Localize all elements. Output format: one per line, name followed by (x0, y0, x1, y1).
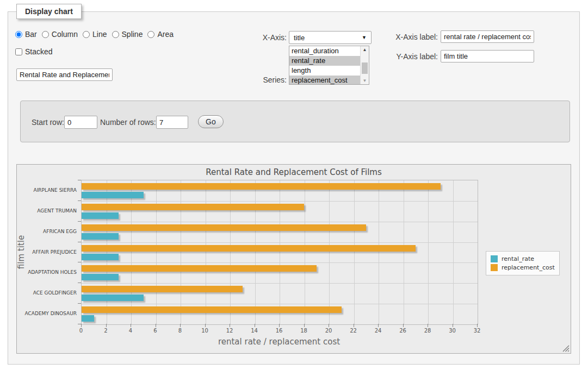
chart-type-area-label: Area (157, 30, 174, 39)
y-axis-label-input[interactable] (441, 50, 534, 62)
x-tick-mark (477, 324, 478, 327)
y-tick-mark (78, 221, 81, 222)
gridline-vertical (206, 180, 206, 324)
series-option-replacement-cost[interactable]: replacement_cost (289, 76, 361, 85)
y-tick-mark (78, 180, 81, 180)
bar-replacement_cost (82, 286, 243, 292)
series-label: Series: (228, 76, 287, 84)
chart-type-bar[interactable]: Bar (15, 30, 37, 39)
series-option-length[interactable]: length (289, 66, 361, 76)
legend-label: replacement_cost (502, 264, 555, 271)
x-tick-mark (230, 324, 230, 327)
legend-item: rental_rate (491, 255, 555, 262)
gridline-vertical (107, 180, 107, 324)
x-tick-mark (354, 324, 354, 327)
x-tick-label: 32 (469, 328, 485, 334)
gridline-vertical (329, 180, 330, 324)
chart-type-line[interactable]: Line (83, 30, 107, 39)
x-axis-label-input[interactable] (441, 30, 534, 43)
stacked-checkbox[interactable] (15, 48, 22, 55)
x-tick-label: 20 (320, 328, 337, 334)
bar-replacement_cost (82, 183, 441, 190)
gridline-horizontal (82, 222, 478, 222)
x-tick-mark (453, 324, 453, 327)
x-tick-label: 22 (345, 328, 362, 334)
x-tick-mark (255, 324, 255, 327)
series-option-rental-rate[interactable]: rental_rate (289, 56, 361, 66)
x-tick-label: 26 (395, 328, 411, 334)
scroll-up-icon[interactable]: ▲ (361, 46, 369, 53)
gridline-vertical (428, 180, 429, 324)
x-tick-label: 4 (122, 328, 139, 334)
series-option-rental-duration[interactable]: rental_duration (289, 46, 361, 56)
bar-rental_rate (82, 212, 119, 219)
y-tick-label: ACADEMY DINOSAUR (17, 311, 77, 316)
listbox-scrollbar[interactable]: ▲ ▼ (360, 46, 369, 84)
chart-type-column[interactable]: Column (42, 30, 78, 39)
x-tick-label: 10 (197, 328, 213, 334)
y-tick-mark (78, 303, 81, 304)
x-tick-label: 18 (296, 328, 312, 334)
gridline-horizontal (82, 304, 478, 304)
chart-type-bar-radio[interactable] (15, 31, 22, 38)
gridline-vertical (305, 180, 305, 324)
bar-rental_rate (82, 315, 94, 322)
x-tick-mark (180, 324, 181, 327)
x-axis-label-caption: X-Axis label: (380, 33, 438, 41)
chart-type-spline-label: Spline (122, 30, 143, 39)
chart-type-area-radio[interactable] (147, 31, 154, 38)
bar-replacement_cost (82, 265, 317, 272)
bar-replacement_cost (82, 245, 416, 252)
y-tick-mark (78, 200, 81, 201)
go-button[interactable]: Go (198, 115, 224, 128)
x-axis-select-value: title (294, 34, 305, 42)
gridline-horizontal (82, 283, 478, 284)
chart-title-input[interactable] (16, 68, 113, 81)
x-tick-label: 14 (246, 328, 263, 334)
num-rows-input[interactable] (156, 116, 188, 129)
series-listbox[interactable]: rental_duration rental_rate length repla… (289, 46, 369, 85)
scroll-down-icon[interactable]: ▼ (361, 77, 369, 84)
x-tick-label: 28 (419, 328, 436, 334)
gridline-vertical (156, 180, 157, 324)
start-row-input[interactable] (64, 116, 97, 129)
x-tick-label: 6 (147, 328, 164, 334)
stacked-option[interactable]: Stacked (15, 47, 53, 56)
gridline-vertical (181, 180, 181, 324)
plot-area (81, 180, 478, 325)
x-tick-label: 0 (73, 328, 89, 334)
x-tick-label: 2 (98, 328, 114, 334)
y-tick-mark (78, 283, 81, 283)
gridline-vertical (230, 180, 231, 324)
gridline-vertical (255, 180, 256, 324)
chart-type-column-radio[interactable] (42, 31, 49, 38)
y-tick-mark (78, 242, 81, 242)
chart-type-line-radio[interactable] (83, 31, 90, 38)
x-tick-mark (81, 324, 82, 327)
x-tick-mark (428, 324, 428, 327)
resize-grip-icon[interactable] (562, 345, 570, 352)
x-axis-select[interactable]: title ▼ (289, 31, 372, 44)
chart-type-spline[interactable]: Spline (112, 30, 143, 39)
chart-title: Rental Rate and Replacement Cost of Film… (17, 167, 571, 177)
x-tick-mark (304, 324, 305, 327)
x-tick-label: 30 (444, 328, 461, 334)
x-tick-mark (279, 324, 280, 327)
scrollbar-thumb[interactable] (362, 62, 368, 74)
bar-rental_rate (82, 294, 144, 301)
y-tick-label: AFRICAN EGG (17, 229, 77, 234)
x-tick-label: 16 (271, 328, 287, 334)
y-tick-label: ADAPTATION HOLES (17, 269, 77, 275)
bar-rental_rate (82, 192, 144, 198)
gridline-vertical (453, 180, 454, 324)
start-row-label: Start row: (32, 118, 64, 127)
chart-type-spline-radio[interactable] (112, 31, 119, 38)
y-tick-mark (78, 324, 81, 324)
chart-type-group: Bar Column Line Spline Area (15, 30, 178, 39)
gridline-vertical (379, 180, 379, 324)
gridline-horizontal (82, 262, 478, 263)
chart-type-area[interactable]: Area (147, 30, 174, 39)
row-range-panel: Start row: Number of rows: Go (20, 101, 570, 142)
x-tick-label: 24 (370, 328, 386, 334)
x-tick-mark (106, 324, 107, 327)
